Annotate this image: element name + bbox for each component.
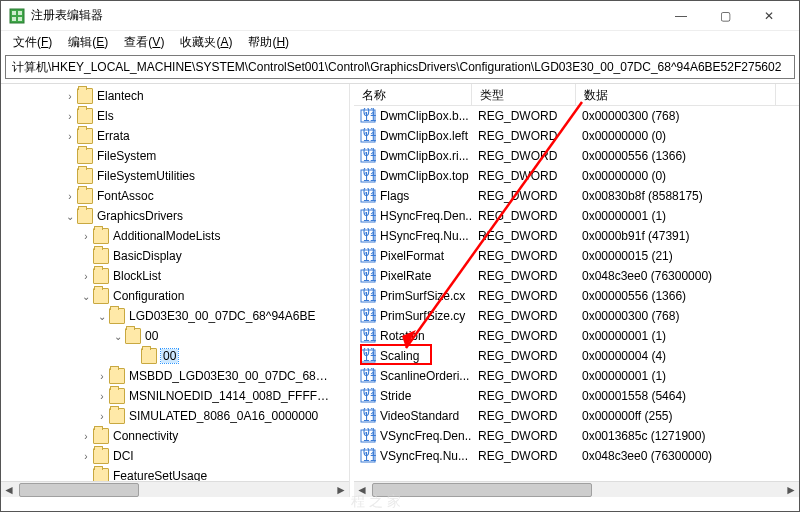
tree-node[interactable]: ›Elantech [1, 86, 349, 106]
dword-icon: 011110 [360, 448, 376, 464]
key-tree-pane[interactable]: ›Elantech›Els›ErrataFileSystemFileSystem… [1, 84, 349, 497]
scroll-left-icon[interactable]: ◄ [1, 482, 17, 498]
tree-node[interactable]: ›FontAssoc [1, 186, 349, 206]
expander-icon[interactable]: › [79, 271, 93, 282]
tree-node[interactable]: ›DCI [1, 446, 349, 466]
tree-node[interactable]: ⌄LGD03E30_00_07DC_68^94A6BE [1, 306, 349, 326]
expander-icon[interactable]: › [63, 131, 77, 142]
folder-icon [93, 248, 109, 264]
expander-icon[interactable]: › [63, 191, 77, 202]
minimize-button[interactable]: — [659, 1, 703, 31]
dword-icon: 011110 [360, 288, 376, 304]
scroll-right-icon[interactable]: ► [783, 482, 799, 498]
scroll-right-icon[interactable]: ► [333, 482, 349, 498]
tree-node[interactable]: ›SIMULATED_8086_0A16_0000000 [1, 406, 349, 426]
expander-icon[interactable]: › [95, 371, 109, 382]
value-row[interactable]: 011110VSyncFreq.Den...REG_DWORD0x0013685… [354, 426, 799, 446]
list-horizontal-scrollbar[interactable]: ◄ ► [354, 481, 799, 497]
value-data: 0x0000b91f (47391) [576, 229, 776, 243]
value-data: 0x00001558 (5464) [576, 389, 776, 403]
value-name: DwmClipBox.ri... [380, 149, 469, 163]
expander-icon[interactable]: › [63, 91, 77, 102]
value-row[interactable]: 011110HSyncFreq.Den...REG_DWORD0x0000000… [354, 206, 799, 226]
value-type: REG_DWORD [472, 109, 576, 123]
value-row[interactable]: 011110VSyncFreq.Nu...REG_DWORD0x048c3ee0… [354, 446, 799, 466]
address-bar[interactable]: 计算机\HKEY_LOCAL_MACHINE\SYSTEM\ControlSet… [5, 55, 795, 79]
tree-node[interactable]: ⌄00 [1, 326, 349, 346]
expander-icon[interactable]: ⌄ [111, 331, 125, 342]
value-row[interactable]: 011110PixelRateREG_DWORD0x048c3ee0 (7630… [354, 266, 799, 286]
menu-favorites[interactable]: 收藏夹(A) [174, 32, 238, 53]
tree-node-label: Els [97, 109, 114, 123]
tree-node[interactable]: ›Els [1, 106, 349, 126]
value-type: REG_DWORD [472, 329, 576, 343]
value-row[interactable]: 011110HSyncFreq.Nu...REG_DWORD0x0000b91f… [354, 226, 799, 246]
value-row[interactable]: 011110DwmClipBox.ri...REG_DWORD0x0000055… [354, 146, 799, 166]
expander-icon[interactable]: ⌄ [63, 211, 77, 222]
value-row[interactable]: 011110ScalingREG_DWORD0x00000004 (4) [354, 346, 799, 366]
value-type: REG_DWORD [472, 269, 576, 283]
menu-view[interactable]: 查看(V) [118, 32, 170, 53]
value-row[interactable]: 011110VideoStandardREG_DWORD0x000000ff (… [354, 406, 799, 426]
value-type: REG_DWORD [472, 389, 576, 403]
expander-icon[interactable]: ⌄ [79, 291, 93, 302]
value-name: Stride [380, 389, 411, 403]
maximize-button[interactable]: ▢ [703, 1, 747, 31]
tree-node[interactable]: ›MSNILNOEDID_1414_008D_FFFF… [1, 386, 349, 406]
value-row[interactable]: 011110ScanlineOrderi...REG_DWORD0x000000… [354, 366, 799, 386]
tree-node[interactable]: ›Errata [1, 126, 349, 146]
folder-icon [109, 408, 125, 424]
value-row[interactable]: 011110RotationREG_DWORD0x00000001 (1) [354, 326, 799, 346]
expander-icon[interactable]: › [79, 231, 93, 242]
close-button[interactable]: ✕ [747, 1, 791, 31]
menu-file[interactable]: 文件(F) [7, 32, 58, 53]
expander-icon[interactable]: › [95, 391, 109, 402]
svg-text:110: 110 [363, 390, 376, 404]
column-name[interactable]: 名称 [354, 84, 472, 105]
column-data[interactable]: 数据 [576, 84, 776, 105]
tree-node[interactable]: ›MSBDD_LGD03E30_00_07DC_68… [1, 366, 349, 386]
value-row[interactable]: 011110DwmClipBox.leftREG_DWORD0x00000000… [354, 126, 799, 146]
expander-icon[interactable]: › [79, 451, 93, 462]
tree-node[interactable]: ⌄GraphicsDrivers [1, 206, 349, 226]
scroll-thumb[interactable] [19, 483, 139, 497]
value-type: REG_DWORD [472, 149, 576, 163]
scroll-thumb[interactable] [372, 483, 592, 497]
tree-node[interactable]: ⌄Configuration [1, 286, 349, 306]
value-row[interactable]: 011110PrimSurfSize.cyREG_DWORD0x00000300… [354, 306, 799, 326]
value-row[interactable]: 011110StrideREG_DWORD0x00001558 (5464) [354, 386, 799, 406]
expander-icon[interactable]: › [79, 431, 93, 442]
value-row[interactable]: 011110PixelFormatREG_DWORD0x00000015 (21… [354, 246, 799, 266]
value-data: 0x00000000 (0) [576, 169, 776, 183]
menu-edit[interactable]: 编辑(E) [62, 32, 114, 53]
tree-node[interactable]: ›BlockList [1, 266, 349, 286]
expander-icon[interactable]: ⌄ [95, 311, 109, 322]
tree-node-label: BlockList [113, 269, 161, 283]
value-name: Rotation [380, 329, 425, 343]
svg-text:110: 110 [363, 290, 376, 304]
column-type[interactable]: 类型 [472, 84, 576, 105]
expander-icon[interactable]: › [63, 111, 77, 122]
value-row[interactable]: 011110FlagsREG_DWORD0x00830b8f (8588175) [354, 186, 799, 206]
tree-node[interactable]: FileSystem [1, 146, 349, 166]
tree-node[interactable]: ›AdditionalModeLists [1, 226, 349, 246]
folder-icon [109, 368, 125, 384]
tree-node[interactable]: ›Connectivity [1, 426, 349, 446]
svg-text:110: 110 [363, 150, 376, 164]
tree-node[interactable]: FileSystemUtilities [1, 166, 349, 186]
tree-node[interactable]: 00 [1, 346, 349, 366]
value-list-pane[interactable]: 名称 类型 数据 011110DwmClipBox.b...REG_DWORD0… [354, 84, 799, 497]
tree-node[interactable]: BasicDisplay [1, 246, 349, 266]
list-header: 名称 类型 数据 [354, 84, 799, 106]
tree-horizontal-scrollbar[interactable]: ◄ ► [1, 481, 349, 497]
svg-text:110: 110 [363, 370, 376, 384]
value-row[interactable]: 011110DwmClipBox.topREG_DWORD0x00000000 … [354, 166, 799, 186]
expander-icon[interactable]: › [95, 411, 109, 422]
value-row[interactable]: 011110PrimSurfSize.cxREG_DWORD0x00000556… [354, 286, 799, 306]
value-type: REG_DWORD [472, 249, 576, 263]
menu-help[interactable]: 帮助(H) [242, 32, 295, 53]
value-type: REG_DWORD [472, 189, 576, 203]
value-row[interactable]: 011110DwmClipBox.b...REG_DWORD0x00000300… [354, 106, 799, 126]
folder-icon [77, 168, 93, 184]
regedit-icon [9, 8, 25, 24]
